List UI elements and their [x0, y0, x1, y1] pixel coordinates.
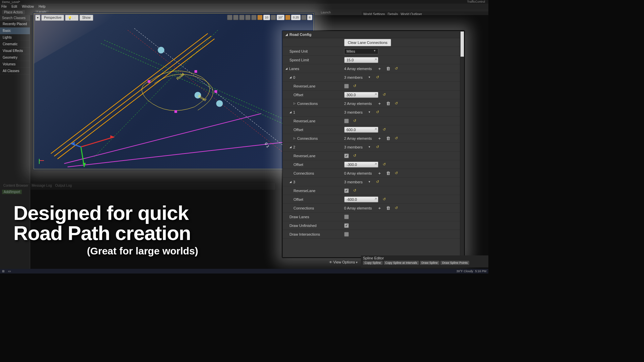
task-icon[interactable]: ▭: [8, 269, 11, 273]
lane1-offset-input[interactable]: 600.0: [344, 127, 378, 133]
title-bar: Demo_Level* TrafficControl: [0, 0, 488, 4]
road-path-overlay: Road Road 0 1 2 3: [34, 13, 314, 169]
show-button[interactable]: Show: [79, 15, 93, 21]
lane-2-label[interactable]: 2: [293, 145, 295, 149]
marketing-overlay: Designed for quick Road Path creation (G…: [13, 203, 272, 257]
perspective-button[interactable]: Perspective: [41, 15, 64, 21]
start-icon[interactable]: ⊞: [2, 269, 5, 273]
sidebar-volumes[interactable]: Volumes: [0, 61, 30, 68]
panel-scrollbar[interactable]: [460, 31, 464, 257]
svg-marker-24: [71, 142, 75, 145]
search-classes-header[interactable]: Search Classes: [0, 15, 30, 21]
sidebar-cinematic[interactable]: Cinematic: [0, 41, 30, 48]
draw-unfinished-checkbox[interactable]: ✓: [344, 223, 349, 228]
lane-1-label[interactable]: 1: [293, 110, 295, 114]
svg-text:Road: Road: [176, 72, 185, 81]
place-actors-tab[interactable]: Place Actors: [2, 10, 25, 14]
svg-rect-11: [195, 70, 197, 73]
lane-0-label[interactable]: 0: [293, 75, 295, 79]
svg-line-2: [57, 39, 214, 159]
clear-lane-connections-button[interactable]: Clear Lane Connections: [344, 39, 391, 46]
view-options-button[interactable]: 👁 View Options ▾: [329, 260, 358, 264]
svg-line-7: [128, 30, 285, 154]
draw-spline-points-button[interactable]: Draw Spline Points: [440, 261, 469, 265]
add-lane-icon[interactable]: ＋: [377, 66, 382, 72]
bottom-panel-tabs: Content Browser Message Log Output Log: [0, 183, 275, 190]
lane1-reverse-checkbox[interactable]: [344, 119, 349, 123]
snap-pos[interactable]: 10: [263, 15, 270, 20]
sidebar-visual-effects[interactable]: Visual Effects: [0, 48, 30, 54]
reset-icon[interactable]: ↺: [376, 75, 379, 79]
lane2-reverse-checkbox[interactable]: ✓: [344, 154, 349, 158]
draw-spline-button[interactable]: Draw Spline: [420, 261, 440, 265]
menu-bar: File Edit Window Help: [0, 4, 488, 9]
menu-file[interactable]: File: [1, 5, 7, 8]
tab-output-log[interactable]: Output Log: [55, 184, 72, 189]
snap-angle[interactable]: 10°: [277, 15, 285, 20]
vp-tool-cam[interactable]: [301, 15, 307, 20]
delete-lane-icon[interactable]: 🗑: [386, 66, 390, 71]
copy-spline-button[interactable]: Copy Spline: [363, 261, 383, 265]
sidebar-all-classes[interactable]: All Classes: [0, 68, 30, 74]
add-import-button[interactable]: Add/Import: [2, 190, 22, 194]
lane-3-label[interactable]: 3: [293, 180, 295, 184]
tab-message-log[interactable]: Message Log: [32, 184, 52, 189]
menu-help[interactable]: Help: [39, 5, 46, 8]
svg-text:0 1: 0 1: [264, 142, 270, 148]
svg-point-14: [158, 47, 164, 54]
svg-rect-10: [148, 80, 150, 83]
vp-tool-3[interactable]: [239, 15, 245, 20]
speed-unit-label: Speed Unit: [285, 49, 344, 53]
copy-spline-intervals-button[interactable]: Copy Spline at Intervals: [384, 261, 419, 265]
lane0-offset-input[interactable]: 300.0: [344, 92, 378, 98]
vp-tool-4[interactable]: [245, 15, 251, 20]
lane3-offset-input[interactable]: -600.0: [344, 196, 378, 202]
lane2-offset-input[interactable]: -300.0: [344, 162, 378, 168]
snap-scale[interactable]: 0.25: [291, 15, 301, 20]
svg-line-1: [54, 36, 211, 156]
viewport-options-icon[interactable]: ▾: [35, 15, 40, 21]
draw-intersections-checkbox[interactable]: [344, 232, 349, 237]
sidebar-recently-placed[interactable]: Recently Placed: [0, 21, 30, 27]
vp-tool-angle[interactable]: [271, 15, 276, 20]
lit-button[interactable]: 💡Lit: [65, 15, 78, 21]
road-config-panel: ◢Road Config Clear Lane Connections Spee…: [282, 31, 464, 257]
weather[interactable]: 39°F Cloudy: [457, 269, 473, 273]
sidebar-lights[interactable]: Lights: [0, 34, 30, 41]
svg-line-19: [81, 137, 114, 147]
menu-edit[interactable]: Edit: [11, 5, 17, 8]
draw-intersections-label: Draw Intersections: [285, 232, 344, 236]
vp-tool-1[interactable]: [227, 15, 232, 20]
vp-tool-2[interactable]: [233, 15, 238, 20]
draw-unfinished-label: Draw Unfinished: [285, 224, 344, 228]
menu-window[interactable]: Window: [22, 5, 34, 8]
vp-tool-grid[interactable]: [257, 15, 263, 20]
svg-line-6: [104, 40, 301, 127]
axis-gizmo: [39, 157, 46, 164]
speed-limit-label: Speed Limit: [285, 58, 344, 62]
speed-limit-input[interactable]: 15.0: [344, 57, 378, 63]
lane3-reverse-checkbox[interactable]: ✓: [344, 188, 349, 193]
vp-tool-5[interactable]: [251, 15, 257, 20]
draw-lanes-checkbox[interactable]: [344, 215, 349, 219]
svg-line-5: [101, 44, 298, 130]
svg-marker-20: [110, 135, 114, 138]
draw-lanes-label: Draw Lanes: [285, 215, 344, 219]
speed-unit-dropdown[interactable]: Miles▼: [344, 48, 378, 54]
svg-line-0: [51, 34, 208, 154]
vp-tool-scale[interactable]: [285, 15, 290, 20]
svg-text:Road: Road: [198, 94, 207, 102]
lane0-reverse-checkbox[interactable]: [344, 84, 349, 88]
launch-button[interactable]: Launch: [321, 11, 331, 14]
tab-content-browser[interactable]: Content Browser: [3, 184, 28, 189]
sidebar-basic[interactable]: Basic: [0, 27, 30, 34]
road-config-header[interactable]: ◢Road Config: [283, 31, 460, 38]
viewport[interactable]: Road Road 0 1 2 3 ▾ Perspective 💡Lit Sh: [34, 13, 314, 169]
reset-lanes-icon[interactable]: ↺: [395, 66, 398, 71]
taskbar: ⊞ ▭ 39°F Cloudy 5:16 PM: [0, 269, 488, 274]
lanes-label[interactable]: Lanes: [289, 67, 299, 71]
sidebar-geometry[interactable]: Geometry: [0, 54, 30, 61]
cam-speed[interactable]: 6: [307, 15, 312, 20]
svg-rect-12: [214, 90, 217, 93]
level-name: Demo_Level*: [2, 0, 20, 4]
